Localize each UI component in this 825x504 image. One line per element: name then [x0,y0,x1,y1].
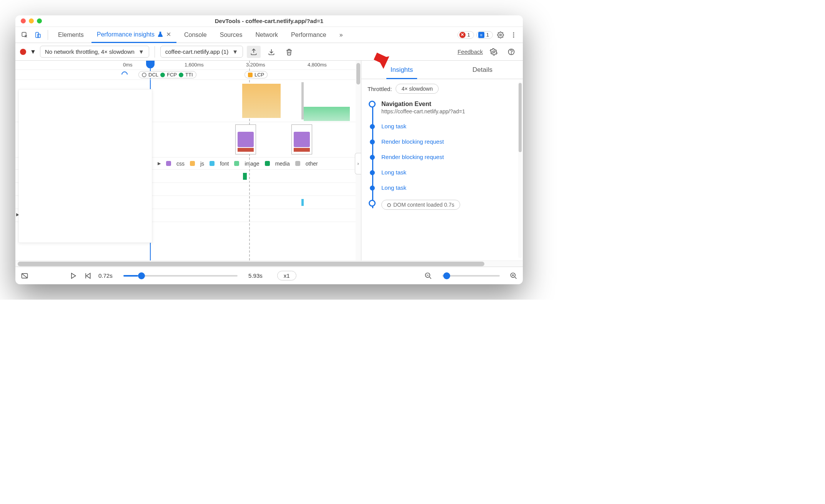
tab-console[interactable]: Console [179,27,212,43]
sidebar-toggle[interactable]: › [355,153,361,174]
insights-pane: Insights Details Throttled: 4× slowdown … [361,61,523,260]
legend-label: font [220,161,229,167]
zoom-slider[interactable] [442,275,500,277]
scrollbar[interactable] [518,81,522,258]
tab-performance-insights[interactable]: Performance insights ✕ [91,27,176,43]
insight-item[interactable]: Long task [381,169,517,176]
swatch-icon [295,161,300,166]
playback-footer: 0.72s 5.93s x1 [15,267,523,284]
export-button[interactable] [247,46,261,58]
overview-block [242,84,281,118]
throttle-summary: Throttled: 4× slowdown [368,84,517,94]
swatch-icon [265,161,270,166]
insights-body[interactable]: Throttled: 4× slowdown Navigation Event … [361,79,523,260]
panel-settings-icon[interactable] [487,46,501,58]
message-icon: ≡ [478,32,484,38]
horizontal-scrollbar[interactable] [15,260,523,267]
tab-label: Console [184,32,207,38]
rewind-button[interactable] [84,272,91,280]
error-count-badge[interactable]: ✕ 1 [457,31,474,39]
insight-link[interactable]: Long task [381,123,406,129]
timeline-pane[interactable]: 0ms 1,600ms 3,200ms 4,800ms DCL FCP TTI [15,61,361,260]
throttled-value-pill[interactable]: 4× slowdown [396,84,438,94]
message-count-badge[interactable]: ≡ 1 [476,31,493,39]
playback-speed[interactable]: x1 [277,271,296,280]
playback-slider[interactable] [123,275,238,277]
device-toolbar-icon[interactable] [32,30,43,40]
record-menu-caret[interactable]: ▼ [30,48,36,55]
bullet-icon [370,124,375,129]
insight-item[interactable]: Long task [381,123,517,130]
svg-rect-2 [38,34,40,37]
main-body: 0ms 1,600ms 3,200ms 4,800ms DCL FCP TTI [15,61,523,260]
svg-rect-1 [36,32,39,38]
tab-elements[interactable]: Elements [53,27,89,43]
throttling-select[interactable]: No network throttling, 4× slowdown ▼ [40,46,149,58]
close-tab-icon[interactable]: ✕ [166,31,171,38]
chevrons-icon: » [339,32,343,38]
screenshot-thumbnail[interactable] [291,124,312,154]
error-icon: ✕ [459,32,466,38]
legend-label: media [275,161,290,167]
tab-performance[interactable]: Performance [286,27,332,43]
record-button[interactable] [20,49,26,55]
insight-item[interactable]: Long task [381,184,517,191]
swatch-icon [234,161,239,166]
insight-link[interactable]: Long task [381,169,406,176]
settings-icon[interactable] [495,30,506,40]
dot-icon [160,73,165,77]
insight-dcl[interactable]: DOM content loaded 0.7s [381,200,517,208]
devtools-tabs: Elements Performance insights ✕ Console … [15,27,523,43]
feedback-link[interactable]: Feedback [457,48,483,55]
no-recording-icon[interactable] [21,272,28,280]
resource-bar[interactable] [243,173,247,180]
tab-label: Details [472,66,492,74]
tab-network[interactable]: Network [250,27,283,43]
square-icon [248,73,253,77]
bullet-icon [370,186,375,191]
tab-sources[interactable]: Sources [215,27,248,43]
play-button[interactable] [69,272,77,280]
insight-link[interactable]: Render blocking request [381,154,444,160]
bullet-icon [369,200,376,207]
insight-item[interactable]: Render blocking request [381,138,517,145]
kebab-menu-icon[interactable] [508,30,519,40]
zoom-in-icon[interactable] [510,272,517,280]
window-title: DevTools - coffee-cart.netlify.app/?ad=1 [15,18,523,24]
insight-url: https://coffee-cart.netlify.app/?ad=1 [381,108,517,114]
tab-label: Performance [291,32,326,38]
tab-details[interactable]: Details [442,61,523,79]
import-button[interactable] [264,46,278,58]
svg-point-7 [493,51,495,53]
legend-label: js [200,161,204,167]
annotation-arrow [371,47,394,66]
more-tabs-button[interactable]: » [334,27,348,43]
bullet-icon [369,101,376,108]
window-titlebar: DevTools - coffee-cart.netlify.app/?ad=1 [15,15,523,27]
marker-label: TTI [185,72,193,78]
message-count: 1 [486,32,489,38]
zoom-out-icon[interactable] [424,272,432,280]
marker-label: DCL [148,72,158,78]
tab-label: Performance insights [97,31,155,38]
session-label: coffee-cart.netlify.app (1) [165,48,229,55]
marker-label: FCP [167,72,177,78]
insight-item[interactable]: Render blocking request [381,154,517,161]
resource-bar[interactable] [301,199,304,206]
inspect-element-icon[interactable] [19,30,30,40]
insight-link[interactable]: Render blocking request [381,138,444,145]
insight-navigation-event[interactable]: Navigation Event https://coffee-cart.net… [381,101,517,114]
delete-button[interactable] [282,46,296,58]
legend-label: css [176,161,185,167]
playback-start-time: 0.72s [98,272,113,279]
swatch-icon [210,161,215,166]
marker-dcl[interactable]: DCL FCP TTI [138,71,196,78]
screenshot-thumbnail[interactable] [235,124,256,154]
flask-icon [157,31,164,38]
session-select[interactable]: coffee-cart.netlify.app (1) ▼ [160,46,243,58]
help-icon[interactable] [504,46,518,58]
marker-lcp[interactable]: LCP [245,71,268,78]
circle-icon [387,203,391,207]
insight-link[interactable]: Long task [381,184,406,191]
swatch-icon [166,161,171,166]
